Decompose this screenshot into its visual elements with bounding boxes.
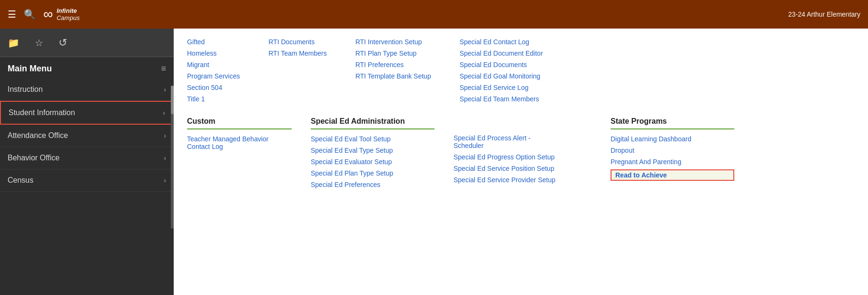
- infinity-symbol: ∞: [43, 7, 53, 22]
- logo-text-line2: Campus: [57, 14, 79, 21]
- search-icon[interactable]: 🔍: [24, 9, 36, 20]
- logo: ∞ Infinite Campus: [43, 7, 79, 22]
- school-info: 23-24 Arthur Elementary: [788, 10, 860, 18]
- menu-icon[interactable]: ☰: [8, 9, 16, 20]
- logo-text-line1: Infinite: [57, 7, 79, 14]
- top-header: ☰ 🔍 ∞ Infinite Campus 23-24 Arthur Eleme…: [0, 0, 868, 29]
